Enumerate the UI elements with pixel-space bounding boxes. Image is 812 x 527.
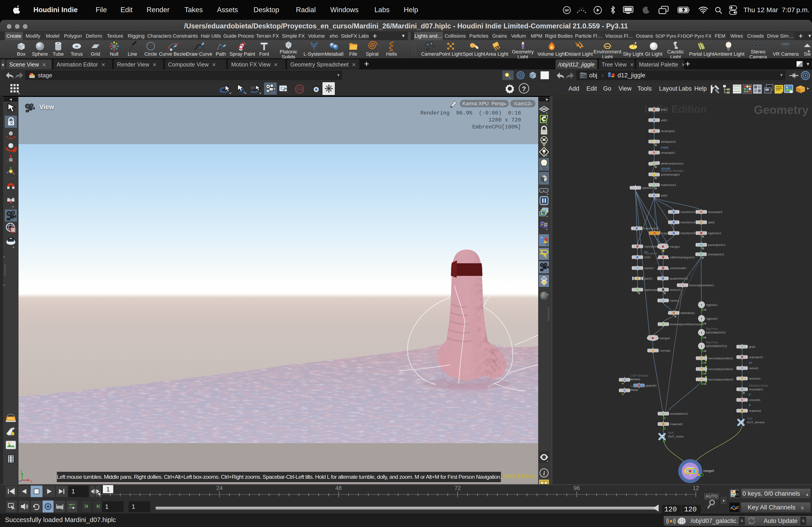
svg-text:pack1: pack1 xyxy=(644,277,653,280)
svg-text:Null: Null xyxy=(747,417,752,420)
svg-text:smooth1: smooth1 xyxy=(749,398,760,402)
svg-text:12: 12 xyxy=(693,485,699,491)
svg-text:secondarymotion3: secondarymotion3 xyxy=(708,378,733,381)
svg-text:rigdoctor1: rigdoctor1 xyxy=(708,231,722,235)
svg-text:merge5: merge5 xyxy=(703,469,714,473)
svg-text:COP Network: COP Network xyxy=(630,385,649,388)
svg-text:parentjoints1: parentjoints1 xyxy=(708,243,725,246)
svg-text:vdbfrompolygons1: vdbfrompolygons1 xyxy=(670,256,695,259)
svg-text:resample2: resample2 xyxy=(661,151,675,154)
svg-text:Attribute Wrangle: Attribute Wrangle xyxy=(661,169,683,172)
svg-text:merge4: merge4 xyxy=(659,336,670,340)
svg-text:edit2: edit2 xyxy=(661,194,667,197)
svg-text:Geometry: Geometry xyxy=(754,103,809,116)
svg-text:P: P xyxy=(749,393,751,396)
svg-text:OUT_mono: OUT_mono xyxy=(668,435,684,438)
svg-text:COP Network: COP Network xyxy=(630,374,649,377)
svg-text:transform4: transform4 xyxy=(681,231,695,235)
svg-text:transform1: transform1 xyxy=(681,210,695,214)
svg-text:quadremesh1: quadremesh1 xyxy=(670,277,688,280)
svg-text:terreno: terreno xyxy=(630,378,640,381)
svg-text:autouv1: autouv1 xyxy=(670,288,681,291)
svg-text:rigpose1: rigpose1 xyxy=(706,303,718,306)
svg-text:MOVIMIENTO: MOVIMIENTO xyxy=(706,331,726,334)
svg-text:mountain1: mountain1 xyxy=(749,388,763,391)
svg-text:secondarymotion1: secondarymotion1 xyxy=(708,357,733,360)
svg-text:resample3: resample3 xyxy=(708,210,722,214)
svg-text:Rig Pose: Rig Pose xyxy=(706,327,718,330)
svg-text:Attribute Noise: Attribute Noise xyxy=(749,384,768,387)
svg-text:OJO: OJO xyxy=(644,256,651,259)
svg-text:matchsize1: matchsize1 xyxy=(661,183,676,187)
svg-text:resample1: resample1 xyxy=(661,130,675,133)
svg-text:uvproject2: uvproject2 xyxy=(749,356,763,359)
svg-text:pointwrangle1: pointwrangle1 xyxy=(661,173,680,176)
svg-text:P: P xyxy=(749,404,751,407)
svg-text:72: 72 xyxy=(454,485,461,491)
svg-text:transform3: transform3 xyxy=(681,221,695,224)
svg-text:secondarymotion2: secondarymotion2 xyxy=(708,367,733,371)
svg-text:mono: mono xyxy=(630,388,638,392)
svg-text:transform5: transform5 xyxy=(643,227,658,230)
svg-text:1: 1 xyxy=(106,486,110,493)
svg-text:tetembed1: tetembed1 xyxy=(681,311,695,315)
svg-text:convertvdb1: convertvdb1 xyxy=(670,267,686,270)
svg-text:Rig Pose: Rig Pose xyxy=(706,341,718,344)
svg-text:Null: Null xyxy=(668,431,673,434)
svg-text:mask: mask xyxy=(661,146,669,149)
svg-text:rigpose2: rigpose2 xyxy=(706,317,718,320)
svg-text:attribrandomize1: attribrandomize1 xyxy=(661,162,684,165)
svg-text:name2: name2 xyxy=(644,267,653,270)
svg-text:add1: add1 xyxy=(708,221,715,224)
svg-text:Transform: Transform xyxy=(644,252,657,255)
svg-text:edit1: edit1 xyxy=(661,119,667,122)
svg-text:bonecapturelines1: bonecapturelines1 xyxy=(689,284,714,287)
svg-text:!: ! xyxy=(663,250,664,252)
svg-text:name3: name3 xyxy=(749,366,758,370)
svg-text:line1: line1 xyxy=(661,108,667,111)
svg-text:48: 48 xyxy=(335,485,342,491)
svg-text:merge1: merge1 xyxy=(670,245,680,249)
svg-text:orientjoints1: orientjoints1 xyxy=(708,253,724,256)
svg-text:bonecapturebiharmonic1: bonecapturebiharmonic1 xyxy=(670,322,704,326)
svg-text:material1: material1 xyxy=(749,409,762,412)
svg-text:remesh1: remesh1 xyxy=(749,377,761,380)
svg-text:sphere1: sphere1 xyxy=(642,186,653,190)
svg-text:24: 24 xyxy=(216,485,223,491)
svg-text:grid1: grid1 xyxy=(749,345,756,348)
svg-text:x: x xyxy=(30,479,32,483)
svg-text:OUT_terreno: OUT_terreno xyxy=(747,421,765,424)
svg-text:96: 96 xyxy=(574,485,580,491)
svg-text:MOVIMIENTO1: MOVIMIENTO1 xyxy=(706,344,727,348)
svg-text:bonedeform1: bonedeform1 xyxy=(670,412,688,416)
svg-text:uv: uv xyxy=(749,361,752,364)
svg-text:y: y xyxy=(20,469,22,473)
svg-text:normal1: normal1 xyxy=(660,349,671,352)
svg-text:attribpaint1: attribpaint1 xyxy=(661,140,676,144)
svg-text:name1: name1 xyxy=(670,299,679,302)
svg-text:uvproject1: uvproject1 xyxy=(644,245,658,248)
svg-text:material2: material2 xyxy=(670,422,683,426)
